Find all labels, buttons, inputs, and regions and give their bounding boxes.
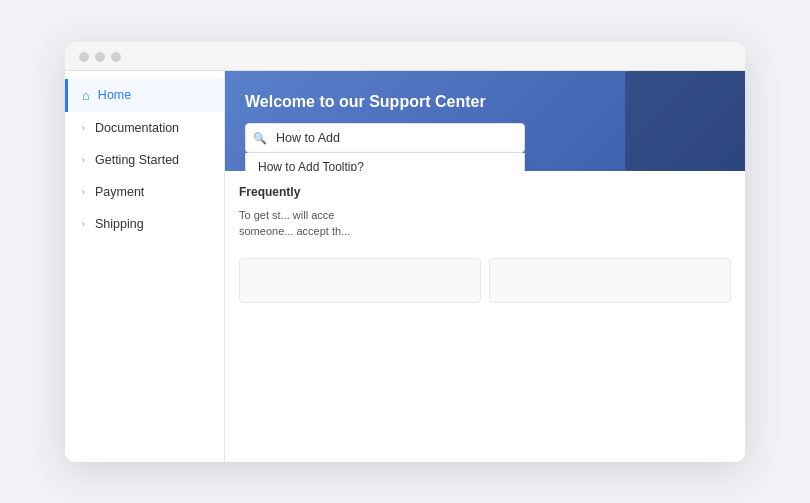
sidebar-item-home[interactable]: ⌂ Home (65, 79, 224, 112)
hero-title: Welcome to our Support Center (245, 93, 725, 111)
main-content: Welcome to our Support Center 🔍 How to A… (225, 71, 745, 462)
sidebar-item-getting-started-label: Getting Started (95, 153, 179, 167)
sidebar-item-shipping-label: Shipping (95, 217, 144, 231)
faq-section: Frequently To get st... will accesomeone… (225, 171, 745, 250)
chevron-icon: › (82, 219, 85, 229)
search-bar-wrapper: 🔍 How to Add (245, 123, 525, 153)
search-container: 🔍 How to Add How to Add Tooltip? How to … (245, 123, 725, 153)
browser-dot-1 (79, 52, 89, 62)
browser-chrome (65, 42, 745, 71)
card-1 (239, 258, 481, 303)
browser-dot-2 (95, 52, 105, 62)
dropdown-item-0[interactable]: How to Add Tooltip? (246, 153, 524, 171)
sidebar-item-payment[interactable]: › Payment (65, 176, 224, 208)
sidebar: ⌂ Home › Documentation › Getting Started… (65, 71, 225, 462)
cards-row (225, 258, 745, 315)
sidebar-item-getting-started[interactable]: › Getting Started (65, 144, 224, 176)
sidebar-item-documentation-label: Documentation (95, 121, 179, 135)
browser-body: ⌂ Home › Documentation › Getting Started… (65, 71, 745, 462)
faq-title: Frequently (239, 185, 731, 199)
card-2 (489, 258, 731, 303)
chevron-icon: › (82, 187, 85, 197)
chevron-icon: › (82, 123, 85, 133)
faq-text: To get st... will accesomeone... accept … (239, 207, 731, 240)
chevron-icon: › (82, 155, 85, 165)
search-dropdown: How to Add Tooltip? How to Add Tooltip t… (245, 153, 525, 171)
sidebar-item-documentation[interactable]: › Documentation (65, 112, 224, 144)
search-input-value[interactable]: How to Add (276, 131, 514, 145)
hero-section: Welcome to our Support Center 🔍 How to A… (225, 71, 745, 171)
sidebar-item-payment-label: Payment (95, 185, 144, 199)
sidebar-item-home-label: Home (98, 88, 131, 102)
hero-bg-image (625, 71, 745, 171)
browser-window: ⌂ Home › Documentation › Getting Started… (65, 42, 745, 462)
sidebar-item-shipping[interactable]: › Shipping (65, 208, 224, 240)
search-icon: 🔍 (253, 131, 267, 144)
browser-dot-3 (111, 52, 121, 62)
home-icon: ⌂ (82, 88, 90, 103)
